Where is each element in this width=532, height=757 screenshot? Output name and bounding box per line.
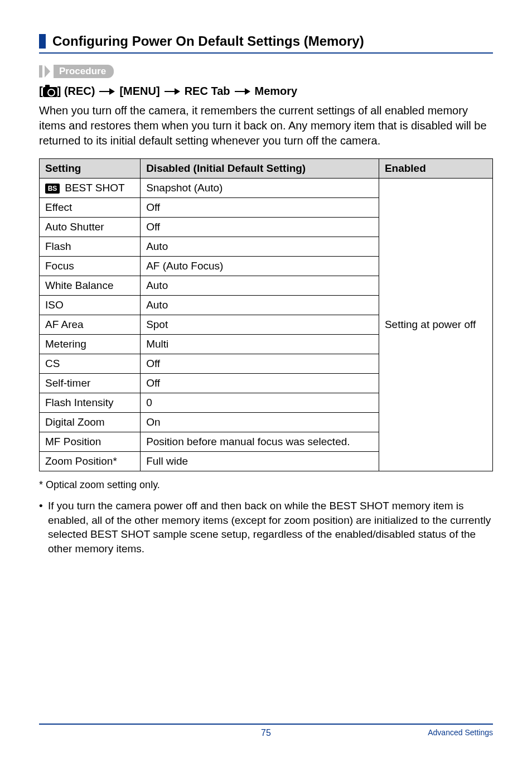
- procedure-pill: Procedure: [54, 65, 114, 78]
- arrow-icon: [99, 88, 115, 95]
- cell-disabled: Off: [141, 374, 379, 393]
- procedure-label-row: Procedure: [39, 65, 493, 78]
- bracket-open: [: [39, 85, 43, 97]
- cell-disabled: Auto: [141, 237, 379, 257]
- breadcrumb: [] (REC) [MENU] REC Tab Memory: [39, 85, 493, 98]
- svg-marker-0: [45, 65, 50, 78]
- cell-setting: Flash: [40, 237, 141, 257]
- cell-disabled: Off: [141, 218, 379, 237]
- breadcrumb-rec: (REC): [64, 85, 95, 97]
- bs-icon: BS: [45, 184, 60, 194]
- page-footer: 75 Advanced Settings: [0, 724, 532, 738]
- footnote-text: Optical zoom setting only.: [46, 479, 160, 490]
- cell-setting-text: BEST SHOT: [62, 182, 125, 194]
- bullet-note: • If you turn the camera power off and t…: [39, 499, 493, 556]
- page-number: 75: [261, 728, 271, 738]
- cell-disabled: Auto: [141, 276, 379, 296]
- cell-setting: Focus: [40, 257, 141, 276]
- cell-setting: BS BEST SHOT: [40, 179, 141, 198]
- cell-disabled: Off: [141, 198, 379, 218]
- cell-setting: MF Position: [40, 432, 141, 452]
- intro-paragraph: When you turn off the camera, it remembe…: [39, 103, 493, 148]
- cell-enabled: Setting at power off: [379, 179, 492, 471]
- bullet-text: If you turn the camera power off and the…: [48, 499, 493, 556]
- breadcrumb-tab: REC Tab: [185, 85, 230, 98]
- cell-disabled: Snapshot (Auto): [141, 179, 379, 198]
- footnote-marker: *: [39, 479, 43, 490]
- footer-section: Advanced Settings: [428, 728, 493, 737]
- cell-setting: AF Area: [40, 315, 141, 335]
- breadcrumb-menu: [MENU]: [119, 85, 159, 98]
- section-heading-container: Configuring Power On Default Settings (M…: [39, 33, 493, 54]
- cell-setting: Metering: [40, 335, 141, 354]
- cell-disabled: Off: [141, 354, 379, 374]
- procedure-vertical-bar: [39, 65, 42, 78]
- cell-setting: White Balance: [40, 276, 141, 296]
- th-setting: Setting: [40, 159, 141, 179]
- bullet-dot: •: [39, 499, 48, 556]
- cell-setting: Digital Zoom: [40, 413, 141, 432]
- cell-disabled: Spot: [141, 315, 379, 335]
- footnote: * Optical zoom setting only.: [39, 479, 493, 491]
- heading-accent-bar: [39, 34, 46, 49]
- cell-setting: Zoom Position*: [40, 452, 141, 471]
- cell-disabled: Multi: [141, 335, 379, 354]
- cell-disabled: AF (Auto Focus): [141, 257, 379, 276]
- breadcrumb-memory: Memory: [255, 85, 298, 98]
- th-disabled: Disabled (Initial Default Setting): [141, 159, 379, 179]
- cell-disabled: On: [141, 413, 379, 432]
- section-heading: Configuring Power On Default Settings (M…: [52, 33, 364, 49]
- table-header-row: Setting Disabled (Initial Default Settin…: [40, 159, 493, 179]
- cell-setting: Self-timer: [40, 374, 141, 393]
- cell-disabled: Position before manual focus was selecte…: [141, 432, 379, 452]
- footer-rule: [39, 724, 493, 725]
- th-enabled: Enabled: [379, 159, 492, 179]
- cell-setting: CS: [40, 354, 141, 374]
- cell-disabled: Full wide: [141, 452, 379, 471]
- cell-disabled: 0: [141, 393, 379, 413]
- cell-setting: ISO: [40, 296, 141, 315]
- cell-disabled: Auto: [141, 296, 379, 315]
- cell-setting: Auto Shutter: [40, 218, 141, 237]
- table-row: BS BEST SHOTSnapshot (Auto)Setting at po…: [40, 179, 493, 198]
- camera-icon: [43, 87, 57, 97]
- breadcrumb-rec-group: [] (REC): [39, 85, 95, 98]
- cell-setting: Effect: [40, 198, 141, 218]
- arrow-icon: [165, 88, 180, 95]
- cell-setting: Flash Intensity: [40, 393, 141, 413]
- arrow-icon: [235, 88, 250, 95]
- bracket-close: ]: [57, 85, 61, 97]
- settings-table: Setting Disabled (Initial Default Settin…: [39, 158, 493, 471]
